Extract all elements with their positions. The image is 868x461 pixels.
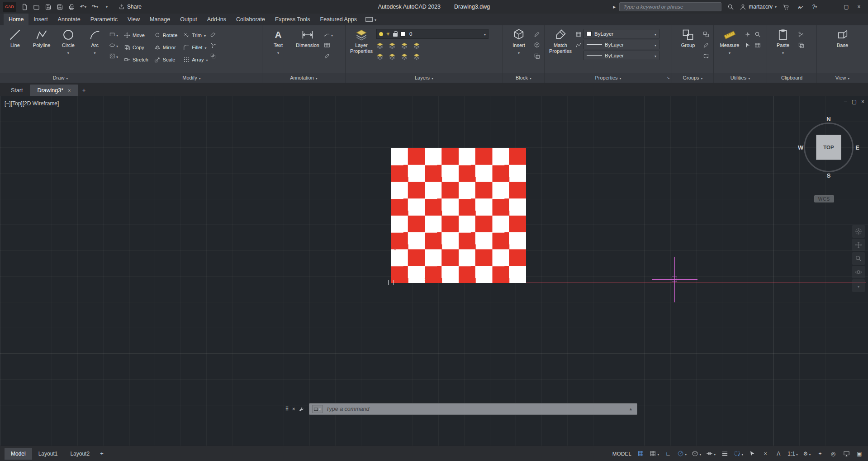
manage-attributes-button[interactable]	[534, 52, 540, 60]
annotation-tools-button[interactable]	[324, 52, 333, 60]
checkerboard-object[interactable]	[391, 148, 526, 283]
layer-properties-button[interactable]: Layer Properties	[348, 27, 375, 54]
layout-tab-model[interactable]: Model	[5, 448, 32, 460]
tab-parametric[interactable]: Parametric	[85, 14, 123, 25]
layer-dropdown[interactable]: ☀ 0	[376, 29, 489, 39]
move-button[interactable]: Move	[124, 30, 148, 41]
draw-panel-footer[interactable]: Draw	[0, 73, 121, 83]
maximize-button[interactable]: ▢	[840, 1, 853, 13]
caret-down-icon[interactable]	[685, 451, 687, 457]
file-tab-start[interactable]: Start	[4, 85, 30, 96]
block-panel-footer[interactable]: Block	[503, 73, 544, 83]
utilities-panel-footer[interactable]: Utilities	[714, 73, 767, 83]
doc-minimize-icon[interactable]: –	[844, 99, 847, 105]
layer-on-button[interactable]	[376, 52, 384, 61]
erase-button[interactable]	[210, 30, 216, 38]
tab-view[interactable]: View	[123, 14, 145, 25]
tab-annotate[interactable]: Annotate	[53, 14, 85, 25]
command-bar[interactable]: ▲	[309, 403, 637, 415]
group-edit-button[interactable]	[703, 41, 709, 49]
layer-lock-button[interactable]	[413, 41, 420, 50]
save-button[interactable]	[43, 1, 53, 12]
viewcube-north[interactable]: N	[826, 116, 830, 122]
undo-button[interactable]: ↶▾	[78, 1, 89, 12]
dialog-launcher-icon[interactable]: ↘	[666, 75, 670, 80]
autodesk-app-button[interactable]	[795, 1, 806, 12]
fillet-button[interactable]: Fillet	[183, 42, 208, 53]
rectangle-button[interactable]	[109, 30, 118, 38]
insert-block-button[interactable]: Insert	[506, 27, 532, 55]
object-color-button[interactable]	[575, 30, 582, 38]
graphics-performance-toggle[interactable]	[842, 449, 850, 459]
layer-off-button[interactable]	[376, 41, 384, 50]
hatch-button[interactable]	[109, 52, 118, 60]
quick-calc-button[interactable]	[754, 41, 761, 49]
lineweight-toggle[interactable]	[721, 449, 729, 459]
viewcube-south[interactable]: S	[827, 172, 831, 179]
polar-tracking-toggle[interactable]	[677, 449, 687, 459]
edit-attribute-button[interactable]	[534, 30, 540, 38]
account-button[interactable]: martaccrv ▾	[740, 4, 777, 10]
viewport-visual-style-control[interactable]: [2D Wireframe]	[23, 100, 59, 107]
caret-down-icon[interactable]	[729, 50, 730, 56]
caret-down-icon[interactable]: ▾	[96, 5, 98, 9]
tab-insert[interactable]: Insert	[28, 14, 52, 25]
zoom-button[interactable]	[852, 252, 865, 265]
close-tab-icon[interactable]: ×	[68, 88, 71, 93]
command-close-icon[interactable]: ×	[292, 406, 295, 412]
save-as-button[interactable]	[54, 1, 65, 12]
layout-tab-layout1[interactable]: Layout1	[32, 448, 64, 460]
caret-down-icon[interactable]	[484, 31, 486, 37]
annotation-panel-footer[interactable]: Annotation	[262, 73, 345, 83]
tab-output[interactable]: Output	[175, 14, 202, 25]
layer-freeze-button[interactable]	[401, 41, 408, 50]
ortho-mode-toggle[interactable]: ∟	[664, 449, 672, 459]
drawing-canvas[interactable]: [−] [Top] [2D Wireframe] – ▢ × N W E S T…	[0, 96, 868, 446]
plot-button[interactable]	[66, 1, 77, 12]
dimension-button[interactable]: Dimension	[293, 27, 322, 48]
polyline-button[interactable]: Polyline	[29, 27, 54, 48]
new-layout-button[interactable]: +	[96, 448, 108, 459]
redo-button[interactable]: ↷▾	[90, 1, 100, 12]
snap-mode-toggle[interactable]	[650, 449, 659, 459]
viewcube[interactable]: N W E S TOP	[797, 116, 860, 179]
viewport-view-control[interactable]: [Top]	[11, 100, 23, 107]
viewcube-top-face[interactable]: TOP	[816, 135, 841, 160]
tab-featured-apps[interactable]: Featured Apps	[315, 14, 362, 25]
close-button[interactable]: ×	[853, 1, 865, 13]
tab-home[interactable]: Home	[4, 14, 28, 25]
caret-down-icon[interactable]	[277, 50, 279, 56]
tab-collaborate[interactable]: Collaborate	[231, 14, 270, 25]
caret-down-icon[interactable]	[796, 451, 798, 457]
caret-down-icon[interactable]	[741, 451, 743, 457]
multileader-button[interactable]	[324, 30, 333, 38]
lineweight-dropdown[interactable]: ByLayer	[583, 40, 659, 49]
viewcube-east[interactable]: E	[855, 144, 859, 151]
caret-down-icon[interactable]	[699, 451, 701, 457]
model-space-button[interactable]: MODEL	[612, 449, 631, 459]
rotate-button[interactable]: Rotate	[154, 30, 177, 41]
properties-panel-footer[interactable]: Properties↘	[545, 73, 672, 83]
isolate-objects-toggle[interactable]: ◎	[829, 449, 837, 459]
quick-select-button[interactable]	[745, 41, 751, 49]
grid-display-toggle[interactable]	[636, 449, 645, 459]
layer-unlock-button[interactable]	[413, 52, 420, 61]
tab-add-ins[interactable]: Add-ins	[202, 14, 231, 25]
tab-manage[interactable]: Manage	[145, 14, 175, 25]
scale-button[interactable]: Scale	[154, 54, 177, 65]
offset-button[interactable]	[210, 52, 216, 60]
caret-down-icon[interactable]	[782, 50, 784, 56]
share-button[interactable]: Share	[119, 4, 142, 10]
caret-down-icon[interactable]	[518, 50, 520, 56]
command-grip-icon[interactable]: ⠿	[285, 406, 289, 412]
annotation-visibility-toggle[interactable]: A	[774, 449, 783, 459]
paste-button[interactable]: Paste	[770, 27, 796, 55]
caret-down-icon[interactable]	[204, 33, 206, 38]
search-input[interactable]	[619, 2, 721, 11]
group-button[interactable]: Group	[675, 27, 701, 48]
annotation-scale-button[interactable]: 1:1	[787, 449, 798, 459]
trim-button[interactable]: Trim	[183, 30, 208, 41]
wcs-badge[interactable]: WCS	[814, 195, 834, 202]
selection-cycling-toggle[interactable]	[734, 449, 743, 459]
file-tab-drawing3[interactable]: Drawing3*×	[30, 85, 78, 96]
